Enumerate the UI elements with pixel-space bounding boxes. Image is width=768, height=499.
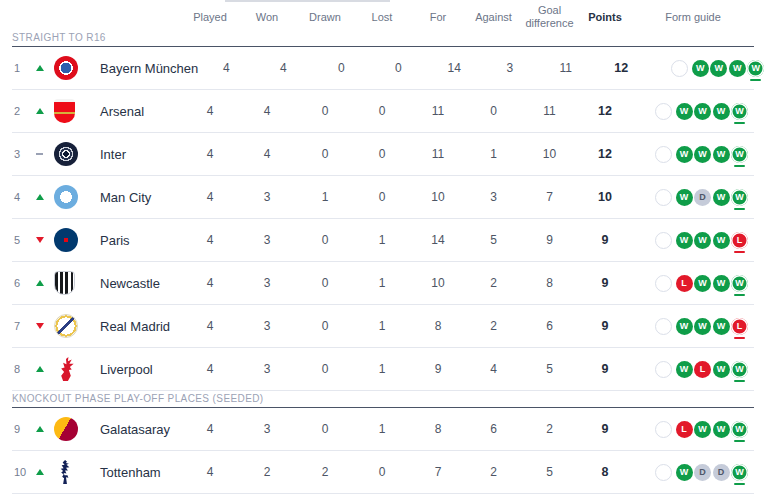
table-row[interactable]: 2 Arsenal 4 4 0 0 11 0 11 12 WWWW	[12, 90, 754, 133]
stat-goals-for: 10	[410, 190, 466, 204]
team-crest-cell	[54, 460, 88, 484]
form-result-l-icon[interactable]: L	[676, 275, 693, 292]
team-crest-cell	[54, 99, 88, 123]
form-result-l-icon[interactable]: L	[731, 318, 748, 335]
table-row[interactable]: 7 Real Madrid 4 3 0 1 8 2 6 9 WWWL	[12, 305, 754, 348]
stat-drawn: 0	[296, 319, 354, 333]
stat-won: 4	[254, 61, 312, 75]
stat-played: 4	[198, 61, 254, 75]
form-result-d-icon[interactable]: D	[713, 464, 730, 481]
form-result-w-icon[interactable]: W	[694, 275, 711, 292]
form-result-w-icon[interactable]: W	[731, 275, 748, 292]
table-row[interactable]: 9 Galatasaray 4 3 0 1 8 6 2 9 LWWW	[12, 408, 754, 451]
form-result-w-icon[interactable]: W	[747, 60, 764, 77]
form-guide: WWWL	[632, 318, 754, 335]
form-result-w-icon[interactable]: W	[676, 189, 693, 206]
stat-goals-against: 2	[466, 276, 521, 290]
form-result-w-icon[interactable]: W	[694, 318, 711, 335]
stat-played: 4	[182, 104, 238, 118]
section-rows: 1 Bayern München 4 4 0 0 14 3 11 12 WWWW…	[12, 47, 754, 391]
stat-won: 4	[238, 104, 296, 118]
team-crest-cell	[54, 185, 88, 209]
table-row[interactable]: 10 Tottenham 4 2 2 0 7 2 5 8 WDDW	[12, 451, 754, 494]
movement-up-icon	[36, 426, 54, 432]
form-result-w-icon[interactable]: W	[676, 146, 693, 163]
form-result-w-icon[interactable]: W	[676, 464, 693, 481]
form-result-w-icon[interactable]: W	[713, 232, 730, 249]
form-result-w-icon[interactable]: W	[676, 232, 693, 249]
stat-lost: 0	[354, 190, 410, 204]
form-result-w-icon[interactable]: W	[710, 60, 727, 77]
form-empty-slot-icon	[655, 189, 672, 206]
arsenal-crest-icon	[54, 99, 75, 123]
column-header-drawn: Drawn	[296, 11, 354, 24]
form-result-l-icon[interactable]: L	[676, 421, 693, 438]
form-result-w-icon[interactable]: W	[713, 318, 730, 335]
form-result-w-icon[interactable]: W	[676, 103, 693, 120]
stat-goals-for: 11	[410, 147, 466, 161]
form-result-w-icon[interactable]: W	[713, 361, 730, 378]
table-row[interactable]: 1 Bayern München 4 4 0 0 14 3 11 12 WWWW	[12, 47, 754, 90]
team-name: Newcastle	[88, 276, 182, 291]
form-result-w-icon[interactable]: W	[676, 361, 693, 378]
form-result-w-icon[interactable]: W	[713, 146, 730, 163]
team-crest-cell	[54, 228, 88, 252]
stat-drawn: 0	[296, 233, 354, 247]
form-result-w-icon[interactable]: W	[713, 275, 730, 292]
stat-lost: 0	[354, 104, 410, 118]
form-result-w-icon[interactable]: W	[731, 189, 748, 206]
form-result-w-icon[interactable]: W	[692, 60, 709, 77]
form-result-w-icon[interactable]: W	[676, 318, 693, 335]
form-result-w-icon[interactable]: W	[694, 232, 711, 249]
liverpool-crest-icon	[54, 357, 78, 381]
stat-points: 9	[578, 233, 632, 247]
form-result-w-icon[interactable]: W	[731, 464, 748, 481]
form-result-w-icon[interactable]: W	[731, 361, 748, 378]
stat-played: 4	[182, 233, 238, 247]
inter-crest-icon	[54, 142, 78, 166]
stat-drawn: 1	[296, 190, 354, 204]
position-number: 8	[12, 363, 36, 375]
form-result-w-icon[interactable]: W	[694, 146, 711, 163]
form-result-d-icon[interactable]: D	[694, 464, 711, 481]
paris-crest-icon	[54, 228, 78, 252]
form-result-d-icon[interactable]: D	[694, 189, 711, 206]
form-result-w-icon[interactable]: W	[713, 189, 730, 206]
form-result-l-icon[interactable]: L	[694, 361, 711, 378]
form-result-w-icon[interactable]: W	[731, 146, 748, 163]
stat-lost: 0	[354, 465, 410, 479]
form-empty-slot-icon	[655, 275, 672, 292]
team-name: Man City	[88, 190, 182, 205]
column-header-lost: Lost	[354, 11, 410, 24]
section-label: STRAIGHT TO R16	[12, 30, 754, 47]
tottenham-crest-icon	[54, 460, 78, 484]
table-row[interactable]: 6 Newcastle 4 3 0 1 10 2 8 9 LWWW	[12, 262, 754, 305]
table-row[interactable]: 8 Liverpool 4 3 0 1 9 4 5 9 WLWW	[12, 348, 754, 391]
team-crest-cell	[54, 314, 88, 338]
form-result-w-icon[interactable]: W	[694, 103, 711, 120]
form-result-w-icon[interactable]: W	[713, 103, 730, 120]
form-guide: LWWW	[632, 421, 754, 438]
table-row[interactable]: 5 Paris 4 3 0 1 14 5 9 9 WWWL	[12, 219, 754, 262]
form-result-w-icon[interactable]: W	[729, 60, 746, 77]
form-result-w-icon[interactable]: W	[731, 421, 748, 438]
stat-points: 12	[578, 147, 632, 161]
stat-drawn: 0	[296, 362, 354, 376]
table-row[interactable]: 4 Man City 4 3 1 0 10 3 7 10 WDWW	[12, 176, 754, 219]
column-header-played: Played	[182, 11, 238, 24]
movement-up-icon	[36, 366, 54, 372]
stat-won: 4	[238, 147, 296, 161]
stat-goal-difference: 5	[521, 362, 578, 376]
position-number: 4	[12, 191, 36, 203]
form-result-w-icon[interactable]: W	[731, 103, 748, 120]
form-result-w-icon[interactable]: W	[713, 421, 730, 438]
stat-drawn: 0	[296, 104, 354, 118]
table-row[interactable]: 3 Inter 4 4 0 0 11 1 10 12 WWWW	[12, 133, 754, 176]
stat-lost: 1	[354, 233, 410, 247]
stat-lost: 1	[354, 362, 410, 376]
team-name: Arsenal	[88, 104, 182, 119]
form-result-w-icon[interactable]: W	[694, 421, 711, 438]
form-result-l-icon[interactable]: L	[731, 232, 748, 249]
stat-goal-difference: 6	[521, 319, 578, 333]
team-name: Liverpool	[88, 362, 182, 377]
